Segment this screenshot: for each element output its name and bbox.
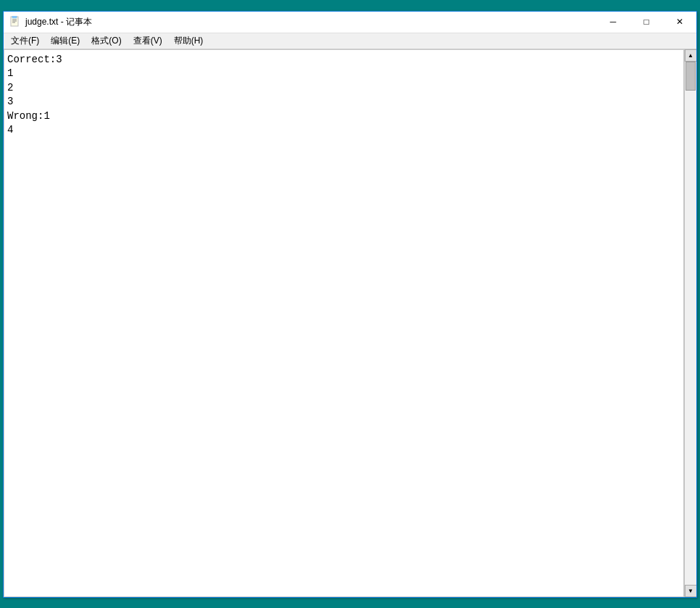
- svg-rect-1: [12, 16, 17, 18]
- title-bar: judge.txt - 记事本 ─ □ ✕: [4, 12, 696, 33]
- close-button[interactable]: ✕: [663, 11, 696, 33]
- menu-format[interactable]: 格式(O): [86, 33, 127, 49]
- text-editor[interactable]: Correct:3 1 2 3 Wrong:1 4: [4, 49, 684, 597]
- minimize-button[interactable]: ─: [596, 11, 630, 33]
- menu-file[interactable]: 文件(F): [5, 33, 45, 49]
- maximize-button[interactable]: □: [630, 11, 663, 33]
- title-bar-buttons: ─ □ ✕: [596, 11, 696, 33]
- content-area: Correct:3 1 2 3 Wrong:1 4 ▲ ▼: [4, 49, 696, 597]
- window-title: judge.txt - 记事本: [25, 16, 92, 28]
- scrollbar-thumb[interactable]: [686, 62, 696, 91]
- notepad-window: judge.txt - 记事本 ─ □ ✕ 文件(F) 编辑(E) 格式(O) …: [3, 11, 697, 598]
- menu-view[interactable]: 查看(V): [128, 33, 168, 49]
- menu-edit[interactable]: 编辑(E): [45, 33, 86, 49]
- scrollbar-vertical[interactable]: ▲ ▼: [684, 49, 696, 597]
- menu-help[interactable]: 帮助(H): [168, 33, 209, 49]
- scroll-down-button[interactable]: ▼: [685, 585, 697, 597]
- scroll-up-button[interactable]: ▲: [685, 49, 697, 62]
- notepad-icon: [9, 16, 21, 28]
- title-bar-left: judge.txt - 记事本: [9, 16, 92, 28]
- menu-bar: 文件(F) 编辑(E) 格式(O) 查看(V) 帮助(H): [4, 33, 696, 49]
- scrollbar-track[interactable]: [685, 62, 696, 585]
